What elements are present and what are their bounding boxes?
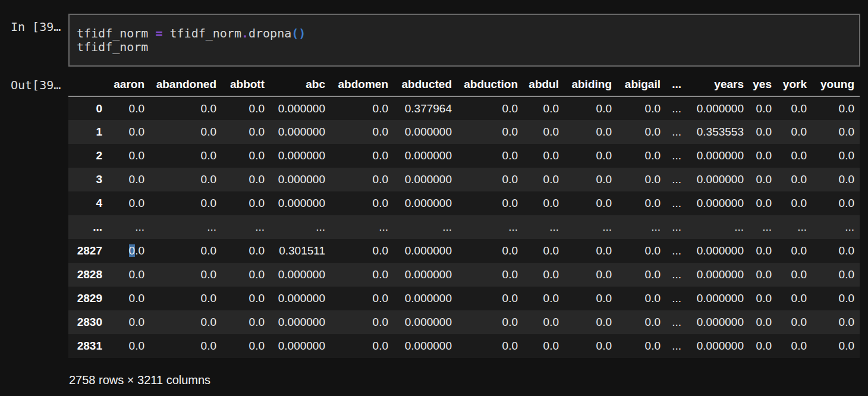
table-cell: 0.0	[222, 239, 270, 263]
table-cell: 0.000000	[687, 191, 749, 215]
code-token-bracket: ()	[291, 26, 306, 40]
table-row: 20.00.00.00.0000000.00.0000000.00.00.00.…	[68, 144, 860, 168]
table-cell: 0.0	[564, 144, 617, 168]
table-row: ........................................…	[68, 215, 860, 239]
dataframe-body: 00.00.00.00.0000000.00.3779640.00.00.00.…	[68, 96, 860, 358]
table-cell: ...	[666, 239, 687, 263]
table-cell: ...	[617, 215, 666, 239]
table-cell: 0.0	[812, 191, 860, 215]
code-token-plain: tfidf_norm	[77, 40, 148, 54]
table-cell: 0.000000	[270, 96, 331, 120]
code-token-operator: .	[241, 26, 249, 40]
row-index: 0	[68, 96, 108, 120]
row-index: 2	[68, 144, 108, 168]
table-cell: 0.0	[564, 263, 617, 287]
table-cell: 0.0	[749, 96, 777, 120]
table-cell: 0.0	[222, 263, 270, 287]
column-header: ...	[666, 74, 687, 96]
table-cell: ...	[222, 215, 270, 239]
table-cell: ...	[749, 215, 777, 239]
table-cell: 0.0	[331, 310, 394, 334]
table-cell: 0.0	[564, 239, 617, 263]
table-cell: ...	[457, 215, 523, 239]
table-row: 40.00.00.00.0000000.00.0000000.00.00.00.…	[68, 191, 860, 215]
table-cell: 0.301511	[270, 239, 331, 263]
table-cell: 0.0	[331, 239, 394, 263]
table-cell: 0.000000	[687, 310, 749, 334]
table-cell: 0.0	[523, 120, 564, 144]
table-cell: 0.0	[749, 191, 777, 215]
table-cell: 0.0	[108, 334, 150, 358]
table-cell: 0.0	[617, 239, 666, 263]
table-cell: 0.0	[777, 168, 812, 191]
table-cell: 0.000000	[687, 168, 749, 191]
table-cell: 0.000000	[394, 191, 457, 215]
table-cell: ...	[270, 215, 331, 239]
table-cell: 0.0	[777, 310, 812, 334]
table-cell: ...	[666, 287, 687, 310]
row-index: 2831	[68, 334, 108, 358]
table-cell: 0.000000	[687, 287, 749, 310]
row-index: 3	[68, 168, 108, 191]
column-header: aaron	[108, 74, 150, 96]
column-header: york	[777, 74, 812, 96]
table-cell: 0.000000	[270, 144, 331, 168]
table-cell: 0.0	[523, 144, 564, 168]
table-cell: 0.0	[777, 96, 812, 120]
table-cell: 0.0	[222, 96, 270, 120]
code-token-plain: dropna	[249, 26, 291, 40]
table-cell: 0.000000	[270, 334, 331, 358]
table-row: 00.00.00.00.0000000.00.3779640.00.00.00.…	[68, 96, 860, 120]
code-token-plain: tfidf_norm	[163, 26, 241, 40]
table-cell: 0.0	[749, 334, 777, 358]
table-cell: 0.0	[523, 334, 564, 358]
table-cell: 0.0	[457, 144, 523, 168]
code-token-operator: =	[155, 26, 162, 40]
table-cell: 0.0	[331, 263, 394, 287]
dataframe-table: aaronabandonedabbottabcabdomenabductedab…	[68, 74, 860, 358]
row-index: 2829	[68, 287, 108, 310]
table-row: 28310.00.00.00.0000000.00.0000000.00.00.…	[68, 334, 860, 358]
table-cell: 0.0	[749, 263, 777, 287]
table-cell: 0.0	[812, 287, 860, 310]
code-cell[interactable]: tfidf_norm = tfidf_norm.dropna() tfidf_n…	[68, 14, 860, 67]
table-cell: 0.0	[523, 263, 564, 287]
table-cell: 0.0	[564, 120, 617, 144]
table-row: 28280.00.00.00.0000000.00.0000000.00.00.…	[68, 263, 860, 287]
table-cell: ...	[108, 215, 150, 239]
selected-text: 0	[129, 244, 136, 257]
table-cell: 0.0	[617, 263, 666, 287]
column-header: years	[687, 74, 749, 96]
table-cell: ...	[331, 215, 394, 239]
table-cell: ...	[666, 310, 687, 334]
table-cell: 0.0	[617, 191, 666, 215]
column-header: abduction	[457, 74, 523, 96]
table-cell: 0.0	[523, 287, 564, 310]
code-editor[interactable]: tfidf_norm = tfidf_norm.dropna() tfidf_n…	[77, 27, 853, 54]
table-cell: 0.0	[749, 120, 777, 144]
table-cell: 0.0	[222, 310, 270, 334]
table-cell: 0.000000	[687, 263, 749, 287]
table-cell: 0.0	[222, 191, 270, 215]
table-cell: 0.0	[457, 168, 523, 191]
notebook-page: In [39… tfidf_norm = tfidf_norm.dropna()…	[0, 0, 868, 396]
table-cell: ...	[666, 334, 687, 358]
in-prompt: In [39…	[11, 20, 61, 34]
table-cell: 0.0	[457, 239, 523, 263]
row-index: 2827	[68, 239, 108, 263]
table-cell: 0.0	[222, 120, 270, 144]
column-header: young	[812, 74, 860, 96]
table-cell: 0.0	[564, 96, 617, 120]
table-cell: 0.000000	[394, 144, 457, 168]
table-cell: 0.0	[564, 191, 617, 215]
table-cell: 0.0	[222, 287, 270, 310]
table-cell: 0.0	[222, 334, 270, 358]
column-header: abigail	[617, 74, 666, 96]
dataframe-shape: 2758 rows × 3211 columns	[69, 373, 860, 387]
table-cell: ...	[666, 263, 687, 287]
table-cell: 0.0	[777, 191, 812, 215]
table-cell: 0.0	[108, 191, 150, 215]
table-cell: 0.0	[564, 334, 617, 358]
table-cell: 0.377964	[394, 96, 457, 120]
code-token-plain: tfidf_norm	[77, 26, 155, 40]
